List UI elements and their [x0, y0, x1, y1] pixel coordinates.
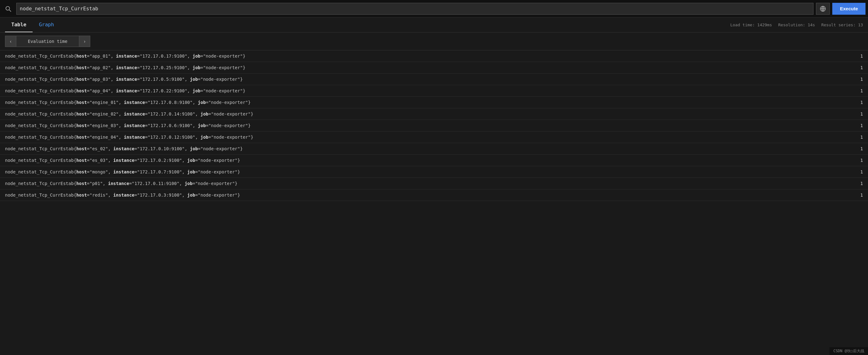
tab-meta: Load time: 1429ms Resolution: 14s Result… — [730, 23, 863, 27]
value-cell: 1 — [849, 178, 868, 189]
table-row: node_netstat_Tcp_CurrEstab{host="engine_… — [0, 108, 868, 120]
metric-cell: node_netstat_Tcp_CurrEstab{host="engine_… — [0, 97, 849, 108]
footer: CSDN @坎○后大战 — [830, 347, 868, 355]
table-row: node_netstat_Tcp_CurrEstab{host="es_02",… — [0, 143, 868, 155]
metric-cell: node_netstat_Tcp_CurrEstab{host="app_03"… — [0, 74, 849, 85]
footer-text: CSDN @坎○后大战 — [833, 349, 864, 353]
metric-cell: node_netstat_Tcp_CurrEstab{host="p01", i… — [0, 178, 849, 189]
value-cell: 1 — [849, 50, 868, 62]
metric-cell: node_netstat_Tcp_CurrEstab{host="redis",… — [0, 189, 849, 201]
metric-cell: node_netstat_Tcp_CurrEstab{host="app_01"… — [0, 50, 849, 62]
table-row: node_netstat_Tcp_CurrEstab{host="engine_… — [0, 97, 868, 108]
result-series: Result series: 13 — [821, 23, 863, 27]
value-cell: 1 — [849, 97, 868, 108]
metric-cell: node_netstat_Tcp_CurrEstab{host="app_02"… — [0, 62, 849, 74]
table-row: node_netstat_Tcp_CurrEstab{host="mongo",… — [0, 166, 868, 178]
value-cell: 1 — [849, 85, 868, 97]
globe-button[interactable] — [816, 3, 830, 15]
execute-button[interactable]: Execute — [832, 3, 866, 15]
metric-cell: node_netstat_Tcp_CurrEstab{host="es_02",… — [0, 143, 849, 155]
resolution: Resolution: 14s — [778, 23, 815, 27]
value-cell: 1 — [849, 189, 868, 201]
metric-cell: node_netstat_Tcp_CurrEstab{host="mongo",… — [0, 166, 849, 178]
value-cell: 1 — [849, 120, 868, 132]
prev-time-button[interactable]: ‹ — [5, 36, 16, 47]
eval-time-row: ‹ Evaluation time › — [0, 33, 868, 50]
table-row: node_netstat_Tcp_CurrEstab{host="app_04"… — [0, 85, 868, 97]
tab-bar: Table Graph Load time: 1429ms Resolution… — [0, 17, 868, 33]
table-row: node_netstat_Tcp_CurrEstab{host="app_02"… — [0, 62, 868, 74]
tab-graph[interactable]: Graph — [33, 17, 60, 32]
results-table: node_netstat_Tcp_CurrEstab{host="app_01"… — [0, 50, 868, 201]
eval-time-label: Evaluation time — [16, 36, 79, 47]
svg-point-0 — [6, 6, 10, 10]
table-row: node_netstat_Tcp_CurrEstab{host="p01", i… — [0, 178, 868, 189]
metric-cell: node_netstat_Tcp_CurrEstab{host="es_03",… — [0, 155, 849, 166]
table-row: node_netstat_Tcp_CurrEstab{host="engine_… — [0, 132, 868, 143]
query-input[interactable] — [16, 3, 813, 15]
table-row: node_netstat_Tcp_CurrEstab{host="engine_… — [0, 120, 868, 132]
table-row: node_netstat_Tcp_CurrEstab{host="app_03"… — [0, 74, 868, 85]
tab-table[interactable]: Table — [5, 17, 33, 32]
tabs-container: Table Graph — [5, 17, 60, 32]
search-icon — [2, 3, 14, 14]
search-bar: Execute — [0, 0, 868, 17]
value-cell: 1 — [849, 166, 868, 178]
metric-cell: node_netstat_Tcp_CurrEstab{host="engine_… — [0, 132, 849, 143]
table-row: node_netstat_Tcp_CurrEstab{host="app_01"… — [0, 50, 868, 62]
value-cell: 1 — [849, 62, 868, 74]
table-row: node_netstat_Tcp_CurrEstab{host="redis",… — [0, 189, 868, 201]
metric-cell: node_netstat_Tcp_CurrEstab{host="app_04"… — [0, 85, 849, 97]
value-cell: 1 — [849, 143, 868, 155]
metric-cell: node_netstat_Tcp_CurrEstab{host="engine_… — [0, 108, 849, 120]
svg-line-1 — [9, 10, 11, 11]
eval-time-control: ‹ Evaluation time › — [5, 36, 90, 47]
load-time: Load time: 1429ms — [730, 23, 772, 27]
metric-cell: node_netstat_Tcp_CurrEstab{host="engine_… — [0, 120, 849, 132]
next-time-button[interactable]: › — [79, 36, 90, 47]
value-cell: 1 — [849, 132, 868, 143]
value-cell: 1 — [849, 155, 868, 166]
value-cell: 1 — [849, 108, 868, 120]
value-cell: 1 — [849, 74, 868, 85]
table-row: node_netstat_Tcp_CurrEstab{host="es_03",… — [0, 155, 868, 166]
